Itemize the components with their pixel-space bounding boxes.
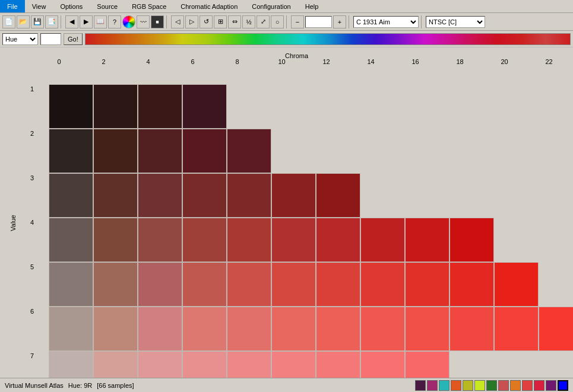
color-cell-5-10[interactable] (271, 262, 316, 307)
color-cell-2-4[interactable] (138, 129, 182, 173)
toolbar-zoom-in[interactable]: + (333, 15, 346, 28)
color-cell-6-10[interactable] (271, 307, 316, 351)
swatch-2[interactable] (427, 380, 438, 391)
color-cell-6-2[interactable] (93, 307, 138, 351)
color-cell-6-4[interactable] (138, 307, 182, 351)
swatch-12[interactable] (546, 380, 556, 391)
toolbar-right[interactable]: ▷ (185, 15, 198, 28)
color-cell-4-18[interactable] (449, 218, 494, 262)
menu-rgb-space[interactable]: RGB Space (125, 0, 173, 12)
color-cell-6-14[interactable] (360, 307, 405, 351)
toolbar-back[interactable]: ◀ (65, 15, 78, 28)
color-cell-4-10[interactable] (271, 218, 316, 262)
toolbar-grid[interactable]: ⊞ (214, 15, 227, 28)
swatch-7[interactable] (486, 380, 497, 391)
color-cell-7-6[interactable] (182, 351, 227, 378)
color-cell-4-14[interactable] (360, 218, 405, 262)
color-cell-7-0[interactable] (49, 351, 93, 378)
color-cell-7-10[interactable] (271, 351, 316, 378)
color-cell-5-0[interactable] (49, 262, 93, 307)
color-cell-6-18[interactable] (449, 307, 494, 351)
swatch-3[interactable] (439, 380, 449, 391)
color-cell-3-6[interactable] (182, 173, 227, 218)
color-cell-4-0[interactable] (49, 218, 93, 262)
color-cell-5-16[interactable] (405, 262, 449, 307)
color-cell-3-12[interactable] (316, 173, 360, 218)
toolbar-left[interactable]: ◁ (171, 15, 184, 28)
color-cell-6-0[interactable] (49, 307, 93, 351)
color-cell-6-16[interactable] (405, 307, 449, 351)
toolbar-expand[interactable]: ⤢ (257, 15, 270, 28)
color-cell-3-2[interactable] (93, 173, 138, 218)
menu-chromatic[interactable]: Chromatic Adaption (173, 0, 245, 12)
toolbar-arrows[interactable]: ⇔ (228, 15, 241, 28)
color-cell-7-12[interactable] (316, 351, 360, 378)
color-cell-3-8[interactable] (227, 173, 271, 218)
toolbar-save[interactable]: 💾 (31, 15, 44, 28)
color-cell-6-12[interactable] (316, 307, 360, 351)
toolbar-square[interactable]: ■ (151, 15, 164, 28)
color-cell-2-2[interactable] (93, 129, 138, 173)
aim-select[interactable]: C 1931 Aim (353, 16, 419, 28)
menu-help[interactable]: Help (298, 0, 326, 12)
color-cell-5-18[interactable] (449, 262, 494, 307)
swatch-4[interactable] (451, 380, 461, 391)
toolbar-help[interactable]: ? (108, 15, 121, 28)
color-cell-5-14[interactable] (360, 262, 405, 307)
menu-source[interactable]: Source (90, 0, 125, 12)
color-cell-1-2[interactable] (93, 84, 138, 129)
toolbar-color[interactable] (122, 15, 135, 28)
menu-view[interactable]: View (25, 0, 53, 12)
color-cell-1-4[interactable] (138, 84, 182, 129)
color-cell-3-0[interactable] (49, 173, 93, 218)
color-cell-2-6[interactable] (182, 129, 227, 173)
toolbar-circle[interactable]: ○ (271, 15, 284, 28)
observer-select[interactable]: NTSC [C] (426, 16, 485, 28)
color-cell-4-6[interactable] (182, 218, 227, 262)
swatch-9[interactable] (510, 380, 521, 391)
toolbar-forward[interactable]: ▶ (80, 15, 93, 28)
go-button[interactable]: Go! (64, 33, 83, 45)
zoom-input[interactable]: 100% (305, 16, 332, 28)
hue-value-input[interactable]: 9R (40, 33, 61, 45)
color-cell-5-20[interactable] (494, 262, 539, 307)
color-cell-6-8[interactable] (227, 307, 271, 351)
toolbar-open[interactable]: 📂 (17, 15, 30, 28)
color-cell-5-8[interactable] (227, 262, 271, 307)
color-cell-1-6[interactable] (182, 84, 227, 129)
color-cell-7-16[interactable] (405, 351, 449, 378)
rainbow-bar[interactable] (85, 33, 571, 45)
menu-configuration[interactable]: Configuration (245, 0, 297, 12)
color-cell-4-8[interactable] (227, 218, 271, 262)
swatch-5[interactable] (463, 380, 473, 391)
toolbar-new[interactable]: 📄 (2, 15, 15, 28)
color-cell-3-4[interactable] (138, 173, 182, 218)
swatch-active[interactable] (558, 380, 568, 391)
menu-options[interactable]: Options (53, 0, 90, 12)
toolbar-book[interactable]: 📖 (94, 15, 107, 28)
color-cell-5-12[interactable] (316, 262, 360, 307)
swatch-8[interactable] (498, 380, 509, 391)
color-cell-6-22[interactable] (539, 307, 573, 351)
toolbar-wave[interactable]: 〰 (137, 15, 150, 28)
menu-file[interactable]: File (0, 0, 25, 12)
swatch-11[interactable] (534, 380, 544, 391)
swatch-10[interactable] (522, 380, 533, 391)
color-cell-5-2[interactable] (93, 262, 138, 307)
toolbar-save-as[interactable]: 📑 (45, 15, 58, 28)
toolbar-rotate[interactable]: ↺ (200, 15, 213, 28)
toolbar-zoom-out[interactable]: − (291, 15, 304, 28)
hue-type-select[interactable]: Hue (2, 33, 38, 45)
color-cell-4-2[interactable] (93, 218, 138, 262)
color-cell-7-2[interactable] (93, 351, 138, 378)
color-cell-6-20[interactable] (494, 307, 539, 351)
color-cell-7-4[interactable] (138, 351, 182, 378)
color-cell-1-0[interactable] (49, 84, 93, 129)
color-cell-7-14[interactable] (360, 351, 405, 378)
swatch-1[interactable] (415, 380, 426, 391)
toolbar-half[interactable]: ½ (242, 15, 255, 28)
color-cell-5-6[interactable] (182, 262, 227, 307)
color-cell-2-0[interactable] (49, 129, 93, 173)
color-cell-5-4[interactable] (138, 262, 182, 307)
color-cell-4-4[interactable] (138, 218, 182, 262)
